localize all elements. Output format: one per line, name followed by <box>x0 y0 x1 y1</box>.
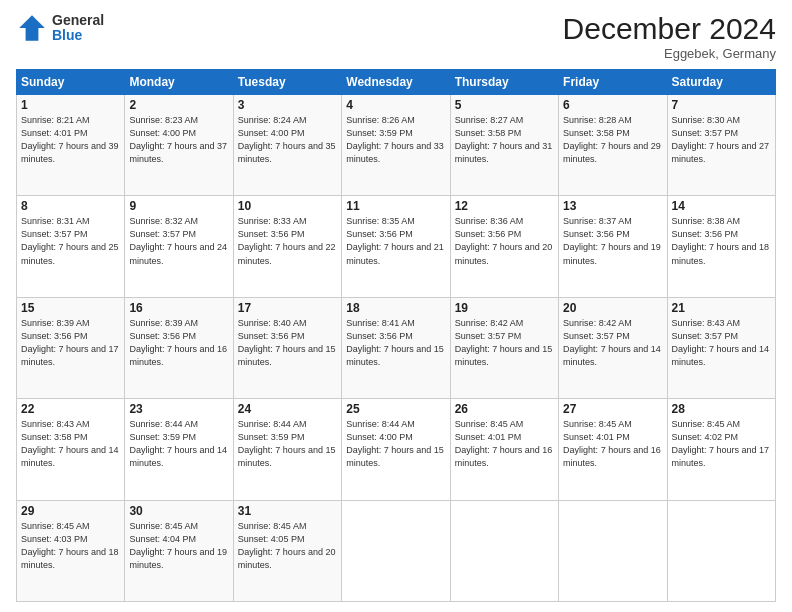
calendar-week-1: 1Sunrise: 8:21 AMSunset: 4:01 PMDaylight… <box>17 95 776 196</box>
table-row: 6Sunrise: 8:28 AMSunset: 3:58 PMDaylight… <box>559 95 667 196</box>
col-thursday: Thursday <box>450 70 558 95</box>
logo-icon <box>16 12 48 44</box>
table-row: 29Sunrise: 8:45 AMSunset: 4:03 PMDayligh… <box>17 500 125 601</box>
table-row: 17Sunrise: 8:40 AMSunset: 3:56 PMDayligh… <box>233 297 341 398</box>
logo-general: General <box>52 13 104 28</box>
col-wednesday: Wednesday <box>342 70 450 95</box>
table-row: 27Sunrise: 8:45 AMSunset: 4:01 PMDayligh… <box>559 399 667 500</box>
table-row: 26Sunrise: 8:45 AMSunset: 4:01 PMDayligh… <box>450 399 558 500</box>
col-monday: Monday <box>125 70 233 95</box>
calendar-week-2: 8Sunrise: 8:31 AMSunset: 3:57 PMDaylight… <box>17 196 776 297</box>
table-row: 10Sunrise: 8:33 AMSunset: 3:56 PMDayligh… <box>233 196 341 297</box>
table-row: 22Sunrise: 8:43 AMSunset: 3:58 PMDayligh… <box>17 399 125 500</box>
table-row: 11Sunrise: 8:35 AMSunset: 3:56 PMDayligh… <box>342 196 450 297</box>
table-row: 4Sunrise: 8:26 AMSunset: 3:59 PMDaylight… <box>342 95 450 196</box>
table-row: 21Sunrise: 8:43 AMSunset: 3:57 PMDayligh… <box>667 297 775 398</box>
table-row: 1Sunrise: 8:21 AMSunset: 4:01 PMDaylight… <box>17 95 125 196</box>
table-row: 15Sunrise: 8:39 AMSunset: 3:56 PMDayligh… <box>17 297 125 398</box>
logo-blue: Blue <box>52 28 104 43</box>
calendar-week-3: 15Sunrise: 8:39 AMSunset: 3:56 PMDayligh… <box>17 297 776 398</box>
table-row <box>342 500 450 601</box>
col-saturday: Saturday <box>667 70 775 95</box>
table-row: 7Sunrise: 8:30 AMSunset: 3:57 PMDaylight… <box>667 95 775 196</box>
svg-marker-0 <box>19 15 45 41</box>
location: Eggebek, Germany <box>563 46 776 61</box>
table-row: 16Sunrise: 8:39 AMSunset: 3:56 PMDayligh… <box>125 297 233 398</box>
table-row: 31Sunrise: 8:45 AMSunset: 4:05 PMDayligh… <box>233 500 341 601</box>
table-row: 2Sunrise: 8:23 AMSunset: 4:00 PMDaylight… <box>125 95 233 196</box>
header: General Blue December 2024 Eggebek, Germ… <box>16 12 776 61</box>
table-row: 5Sunrise: 8:27 AMSunset: 3:58 PMDaylight… <box>450 95 558 196</box>
table-row: 18Sunrise: 8:41 AMSunset: 3:56 PMDayligh… <box>342 297 450 398</box>
col-friday: Friday <box>559 70 667 95</box>
logo-text: General Blue <box>52 13 104 44</box>
table-row: 20Sunrise: 8:42 AMSunset: 3:57 PMDayligh… <box>559 297 667 398</box>
table-row: 8Sunrise: 8:31 AMSunset: 3:57 PMDaylight… <box>17 196 125 297</box>
table-row: 25Sunrise: 8:44 AMSunset: 4:00 PMDayligh… <box>342 399 450 500</box>
month-title: December 2024 <box>563 12 776 46</box>
page: General Blue December 2024 Eggebek, Germ… <box>0 0 792 612</box>
table-row: 13Sunrise: 8:37 AMSunset: 3:56 PMDayligh… <box>559 196 667 297</box>
title-block: December 2024 Eggebek, Germany <box>563 12 776 61</box>
calendar-table: Sunday Monday Tuesday Wednesday Thursday… <box>16 69 776 602</box>
col-sunday: Sunday <box>17 70 125 95</box>
calendar-week-5: 29Sunrise: 8:45 AMSunset: 4:03 PMDayligh… <box>17 500 776 601</box>
table-row: 3Sunrise: 8:24 AMSunset: 4:00 PMDaylight… <box>233 95 341 196</box>
table-row <box>450 500 558 601</box>
logo: General Blue <box>16 12 104 44</box>
calendar-week-4: 22Sunrise: 8:43 AMSunset: 3:58 PMDayligh… <box>17 399 776 500</box>
calendar-header-row: Sunday Monday Tuesday Wednesday Thursday… <box>17 70 776 95</box>
table-row <box>559 500 667 601</box>
table-row: 28Sunrise: 8:45 AMSunset: 4:02 PMDayligh… <box>667 399 775 500</box>
table-row: 9Sunrise: 8:32 AMSunset: 3:57 PMDaylight… <box>125 196 233 297</box>
table-row: 30Sunrise: 8:45 AMSunset: 4:04 PMDayligh… <box>125 500 233 601</box>
col-tuesday: Tuesday <box>233 70 341 95</box>
table-row: 12Sunrise: 8:36 AMSunset: 3:56 PMDayligh… <box>450 196 558 297</box>
table-row: 19Sunrise: 8:42 AMSunset: 3:57 PMDayligh… <box>450 297 558 398</box>
table-row: 14Sunrise: 8:38 AMSunset: 3:56 PMDayligh… <box>667 196 775 297</box>
table-row: 24Sunrise: 8:44 AMSunset: 3:59 PMDayligh… <box>233 399 341 500</box>
table-row: 23Sunrise: 8:44 AMSunset: 3:59 PMDayligh… <box>125 399 233 500</box>
table-row <box>667 500 775 601</box>
